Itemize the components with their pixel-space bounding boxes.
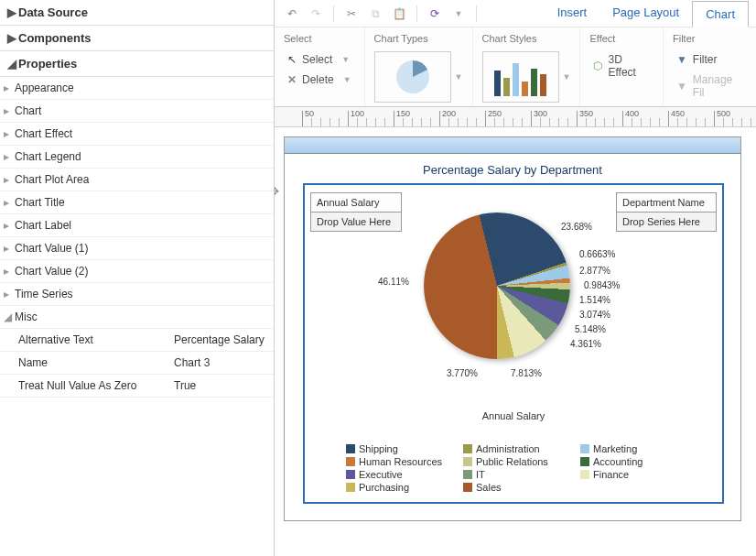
chevron-right-icon: ▶ <box>7 5 18 19</box>
3d-effect-button[interactable]: ⬡ 3D Effect <box>589 51 653 81</box>
tab-chart[interactable]: Chart <box>692 1 749 27</box>
ribbon-group-title: Chart Types <box>374 33 463 44</box>
prop-item[interactable]: ▸Chart Label <box>0 214 274 237</box>
prop-alt-text[interactable]: Alternative Text Percentage Salary by D <box>0 329 274 352</box>
separator <box>333 5 334 22</box>
prop-item[interactable]: ▸Chart Title <box>0 191 274 214</box>
legend-label: Accounting <box>593 456 643 467</box>
prop-item[interactable]: ▸Time Series <box>0 283 274 306</box>
legend-item: Accounting <box>580 456 690 467</box>
caret-down-icon[interactable]: ▼ <box>563 72 571 82</box>
prop-treat-null[interactable]: Treat Null Value As Zero True <box>0 375 274 398</box>
chevron-right-icon: ▸ <box>4 150 15 163</box>
chevron-right-icon: ▸ <box>4 173 15 186</box>
tab-page-layout[interactable]: Page Layout <box>599 0 692 27</box>
redo-icon[interactable]: ↷ <box>306 4 326 24</box>
chevron-right-icon: ▸ <box>4 219 15 232</box>
value-drop-box[interactable]: Annual Salary Drop Value Here <box>310 192 402 232</box>
ribbon-chart-types-group: Chart Types ▼ <box>364 27 472 106</box>
dropdown-icon[interactable]: ▼ <box>448 4 469 24</box>
chevron-right-icon: ▸ <box>4 82 15 94</box>
prop-item[interactable]: ▸Appearance <box>0 77 274 100</box>
legend-swatch <box>580 444 589 453</box>
legend-label: Human Resources <box>359 456 442 467</box>
copy-icon[interactable]: ⧉ <box>365 4 385 24</box>
chart-object[interactable]: Annual Salary Drop Value Here Department… <box>303 183 724 504</box>
prop-item[interactable]: ▸Chart Value (1) <box>0 237 274 260</box>
data-label: 3.074% <box>579 310 610 320</box>
chart-type-pie[interactable] <box>374 51 451 103</box>
legend-swatch <box>463 470 472 479</box>
legend-label: Shipping <box>359 443 398 454</box>
chevron-right-icon: ▸ <box>4 265 15 278</box>
legend-item: Purchasing <box>346 482 456 493</box>
section-properties[interactable]: ◢ Properties <box>0 51 274 77</box>
caret-down-icon[interactable]: ▼ <box>455 72 463 82</box>
legend-label: Administration <box>476 443 540 454</box>
ruler-horizontal: 50100150200250300350400450500 <box>275 107 756 127</box>
chevron-right-icon: ▸ <box>4 242 15 255</box>
prop-item[interactable]: ▸Chart Plot Area <box>0 169 274 191</box>
data-label: 3.770% <box>447 368 478 378</box>
prop-item[interactable]: ▸Chart Effect <box>0 123 274 146</box>
legend-swatch <box>580 457 589 466</box>
series-header: Department Name <box>617 193 716 212</box>
value-placeholder[interactable]: Drop Value Here <box>311 212 401 231</box>
prop-sub-value[interactable]: True <box>174 379 266 392</box>
separator <box>416 5 417 22</box>
section-label: Properties <box>18 57 77 71</box>
prop-label: Chart Effect <box>15 127 72 140</box>
section-data-source[interactable]: ▶ Data Source <box>0 0 274 26</box>
prop-sub-label: Name <box>18 356 174 369</box>
prop-sub-label: Alternative Text <box>18 333 174 346</box>
design-surface[interactable]: Percentage Salary by Department ✥ Annual… <box>275 127 756 556</box>
paste-icon[interactable]: 📋 <box>389 4 409 24</box>
ribbon-filter-group: Filter ▼ Filter ▼ Manage Fil <box>663 27 756 106</box>
cut-icon[interactable]: ✂ <box>341 4 362 24</box>
select-button[interactable]: ↖ Select ▼ <box>284 51 355 68</box>
data-label: 7.813% <box>511 368 542 378</box>
tab-insert[interactable]: Insert <box>545 0 600 27</box>
chart-style-preview[interactable] <box>482 51 559 103</box>
legend-item: Sales <box>463 482 573 493</box>
left-panel: ▶ Data Source ▶ Components ◢ Properties … <box>0 0 275 556</box>
data-label: 23.68% <box>561 222 592 232</box>
prop-label: Appearance <box>15 82 74 94</box>
legend-swatch <box>580 470 589 479</box>
undo-icon[interactable]: ↶ <box>282 4 302 24</box>
chevron-right-icon: ▶ <box>7 31 18 45</box>
data-label: 1.514% <box>579 295 610 305</box>
chevron-right-icon: ▸ <box>4 288 15 300</box>
prop-misc[interactable]: ◢ Misc <box>0 306 274 329</box>
section-components[interactable]: ▶ Components <box>0 26 274 51</box>
funnel-icon: ▼ <box>676 53 687 66</box>
series-drop-box[interactable]: Department Name Drop Series Here <box>616 192 717 232</box>
ribbon-chart-styles-group: Chart Styles ▼ <box>472 27 580 106</box>
prop-item[interactable]: ▸Chart <box>0 100 274 123</box>
prop-label: Chart Legend <box>15 150 81 163</box>
series-placeholder[interactable]: Drop Series Here <box>617 212 716 231</box>
legend: ShippingAdministrationMarketingHuman Res… <box>346 443 712 493</box>
funnel-icon: ▼ <box>676 80 687 93</box>
prop-item[interactable]: ▸Chart Value (2) <box>0 260 274 283</box>
manage-filters-button[interactable]: ▼ Manage Fil <box>673 71 747 101</box>
data-label: 0.9843% <box>584 280 620 290</box>
legend-swatch <box>463 457 472 466</box>
filter-button[interactable]: ▼ Filter <box>673 51 747 68</box>
prop-name[interactable]: Name Chart 3 <box>0 352 274 375</box>
legend-item: Administration <box>463 443 573 454</box>
report-area[interactable]: Percentage Salary by Department ✥ Annual… <box>284 136 741 521</box>
refresh-icon[interactable]: ⟳ <box>425 4 445 24</box>
axis-label: Annual Salary <box>305 410 722 421</box>
data-label: 2.877% <box>579 266 610 276</box>
prop-sub-value[interactable]: Chart 3 <box>174 356 266 369</box>
pie-icon <box>393 57 433 97</box>
prop-item[interactable]: ▸Chart Legend <box>0 146 274 169</box>
legend-swatch <box>346 470 355 479</box>
prop-label: Chart Label <box>15 219 71 232</box>
chevron-down-icon: ◢ <box>4 311 15 323</box>
delete-button[interactable]: ✕ Delete ▼ <box>284 71 355 88</box>
caret-down-icon: ▼ <box>341 55 350 64</box>
move-handle-icon[interactable]: ✥ <box>275 185 279 198</box>
prop-sub-value[interactable]: Percentage Salary by D <box>174 333 266 346</box>
